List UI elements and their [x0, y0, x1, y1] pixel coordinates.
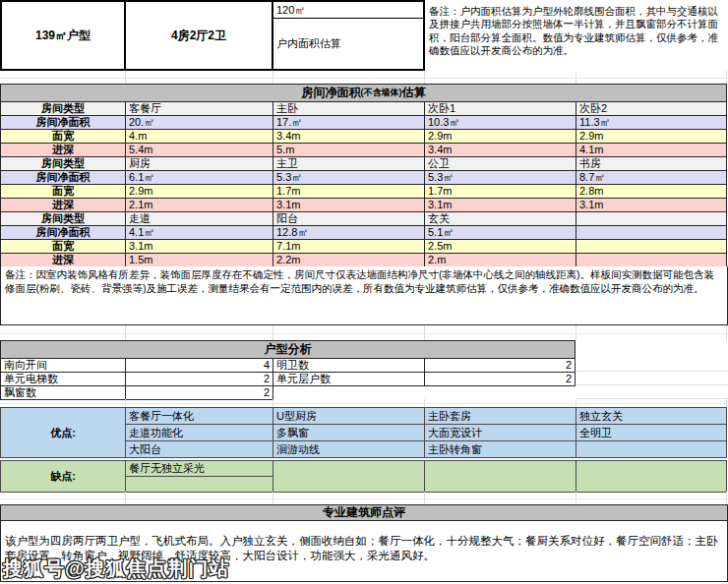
- cell-room-type: 书房: [576, 157, 727, 171]
- analysis-label: 南向开间: [1, 359, 126, 373]
- cell-depth: 3.4m: [425, 144, 576, 157]
- cell-room-type: 厨房: [126, 157, 273, 171]
- cons-item: 餐厅无独立采光: [126, 461, 273, 477]
- unit-analysis-table: 户型分析 南向开间 4 明卫数 2 单元电梯数 2 单元层户数 2 飘窗数 2: [0, 340, 576, 400]
- cell-room-type: [576, 212, 727, 226]
- cell-width: 2.8m: [576, 185, 727, 199]
- spreadsheet-page: 139㎡户型 4房2厅2卫 120㎡ 户内面积估算 备注：户内面积估算为户型外轮…: [0, 0, 728, 584]
- cell-net-area: [576, 226, 727, 240]
- cell-net-area: 5.3㎡: [425, 171, 576, 185]
- analysis-value: 2: [425, 373, 576, 386]
- analysis-label: 明卫数: [273, 359, 425, 373]
- cell-depth: 2.1m: [126, 199, 273, 212]
- cell-width: 3.1m: [126, 240, 273, 254]
- room-table-title-main: 房间净面积: [302, 87, 361, 99]
- faint-gridlines: [576, 358, 728, 400]
- pros-item: 全明卫: [576, 425, 727, 441]
- pros-item: 多飘窗: [273, 425, 425, 441]
- analysis-title: 户型分析: [1, 341, 576, 359]
- cons-item: [126, 477, 273, 493]
- row-label-type: 房间类型: [1, 212, 126, 226]
- review-title: 专业建筑师点评: [0, 504, 728, 521]
- room-area-table: 房间净面积(不含墙体)估算 房间类型 客餐厅 主卧 次卧1 次卧2 房间净面积 …: [0, 84, 727, 267]
- cell-width: 2.9m: [126, 185, 273, 199]
- cons-label: 缺点:: [1, 461, 126, 493]
- analysis-empty-cell: [425, 386, 576, 400]
- unit-header-box: 139㎡户型 4房2厅2卫 120㎡ 户内面积估算: [0, 0, 425, 71]
- analysis-label: 单元层户数: [273, 373, 425, 386]
- cell-room-type: 玄关: [425, 212, 576, 226]
- cell-width: 2.9m: [425, 130, 576, 144]
- inner-area-label-cell: 户内面积估算: [273, 19, 423, 69]
- cell-depth: 3.1m: [425, 199, 576, 212]
- cell-room-type: 阳台: [273, 212, 425, 226]
- cell-room-type: 客餐厅: [126, 102, 273, 116]
- cell-net-area: 11.3㎡: [576, 116, 727, 130]
- pros-item: 客餐厅一体化: [126, 408, 273, 425]
- pros-section: 优点: 客餐厅一体化 U型厨房 主卧套房 独立玄关 走道功能化 多飘窗 大面宽设…: [0, 407, 727, 458]
- gridline-gap: [0, 399, 728, 407]
- row-label-depth: 进深: [1, 144, 126, 157]
- cell-depth: 3.1m: [576, 199, 727, 212]
- cell-room-type: 主卧: [273, 102, 425, 116]
- room-table-footnote: 备注：因室内装饰风格有所差异，装饰面层厚度存在不确定性，房间尺寸仅表达墙面结构净…: [0, 266, 728, 325]
- cons-section: 缺点: 餐厅无独立采光: [0, 460, 727, 493]
- inner-area-value-cell: 120㎡: [273, 2, 423, 19]
- cell-room-type: 次卧2: [576, 102, 727, 116]
- cell-net-area: 20.㎡: [126, 116, 273, 130]
- analysis-value: 2: [425, 359, 576, 373]
- cell-depth: 5.m: [273, 144, 425, 157]
- cell-width: 7.1m: [273, 240, 425, 254]
- cell-net-area: 8.7㎡: [576, 171, 727, 185]
- gridline-gap: [0, 71, 728, 84]
- cell-width: 3.4m: [273, 130, 425, 144]
- pros-item: [576, 441, 727, 458]
- row-label-net-area: 房间净面积: [1, 226, 126, 240]
- cell-depth: 5.4m: [126, 144, 273, 157]
- row-label-depth: 进深: [1, 254, 126, 267]
- cell-net-area: 5.3㎡: [273, 171, 425, 185]
- cell-room-type: 主卫: [273, 157, 425, 171]
- watermark: 搜狐号@搜狐焦点荆门站: [3, 555, 230, 582]
- cell-depth: [576, 254, 727, 267]
- row-label-net-area: 房间净面积: [1, 171, 126, 185]
- cell-net-area: 12.8㎡: [273, 226, 425, 240]
- header-note: 备注：户内面积估算为户型外轮廓线围合面积，其中与交通核以及拼接户共用墙部分按照墙…: [429, 5, 724, 58]
- cell-width: 2.5m: [425, 240, 576, 254]
- cell-depth: 2.2m: [273, 254, 425, 267]
- pros-item: 独立玄关: [576, 408, 727, 425]
- cons-item: [273, 461, 425, 493]
- gridline-gap: [0, 325, 728, 340]
- cell-room-type: 次卧1: [425, 102, 576, 116]
- cell-net-area: 4.1㎡: [126, 226, 273, 240]
- cell-net-area: 5.1㎡: [425, 226, 576, 240]
- cons-item: [576, 461, 727, 493]
- analysis-label: 单元电梯数: [1, 373, 126, 386]
- pros-label: 优点:: [1, 408, 126, 458]
- cell-width: 1.7m: [273, 185, 425, 199]
- pros-item: 主卧套房: [425, 408, 576, 425]
- row-label-width: 面宽: [1, 240, 126, 254]
- row-label-depth: 进深: [1, 199, 126, 212]
- analysis-value: 2: [126, 373, 273, 386]
- cell-width: 1.7m: [425, 185, 576, 199]
- row-label-type: 房间类型: [1, 102, 126, 116]
- cell-width: [576, 240, 727, 254]
- cell-width: 4.m: [126, 130, 273, 144]
- analysis-empty-cell: [273, 386, 425, 400]
- cell-width: 2.9m: [576, 130, 727, 144]
- cell-depth: 4.1m: [576, 144, 727, 157]
- analysis-value: 2: [126, 386, 273, 400]
- cell-net-area: 17.㎡: [273, 116, 425, 130]
- pros-item: U型厨房: [273, 408, 425, 425]
- room-table-title: 房间净面积(不含墙体)估算: [1, 85, 727, 102]
- unit-type-cell: 139㎡户型: [2, 2, 126, 69]
- row-label-width: 面宽: [1, 130, 126, 144]
- unit-layout-cell: 4房2厅2卫: [126, 2, 273, 69]
- cons-item: [425, 461, 576, 493]
- row-label-net-area: 房间净面积: [1, 116, 126, 130]
- room-table-title-tail: 估算: [402, 87, 426, 99]
- cell-depth: 3.1m: [273, 199, 425, 212]
- row-label-width: 面宽: [1, 185, 126, 199]
- gridline-gap: [0, 492, 728, 504]
